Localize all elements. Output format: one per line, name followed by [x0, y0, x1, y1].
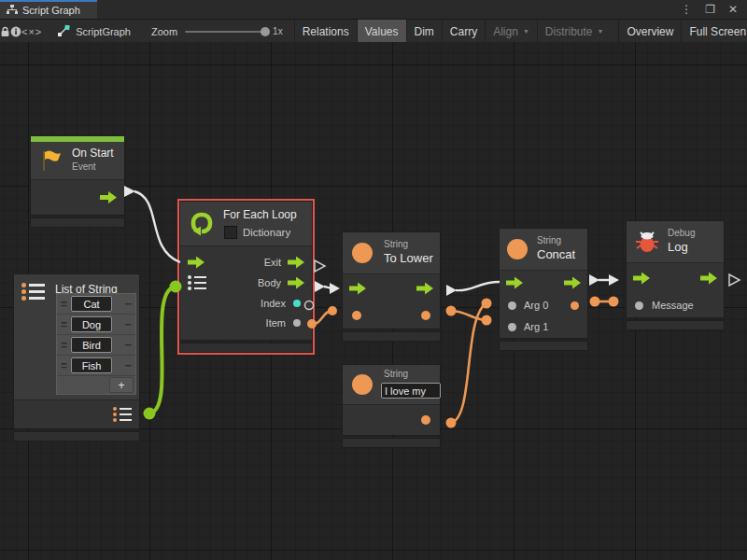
node-to-lower[interactable]: String To Lower — [342, 231, 441, 342]
string-type-icon — [352, 243, 373, 263]
dim-button[interactable]: Dim — [406, 20, 442, 43]
node-title: Concat — [537, 247, 575, 261]
hierarchy-icon — [7, 2, 18, 19]
graph-toolbar: <×> ScriptGraph Zoom 1x Relations Values… — [0, 20, 747, 44]
info-icon[interactable] — [10, 20, 21, 43]
list-item-input[interactable] — [71, 337, 112, 353]
flow-output-port[interactable] — [700, 273, 717, 285]
flow-output-port[interactable] — [416, 283, 433, 295]
port-label-message: Message — [652, 300, 694, 311]
tab-label: Script Graph — [22, 5, 80, 16]
node-for-each-loop[interactable]: For Each Loop Dictionary Exit — [179, 201, 313, 353]
value-output-port[interactable] — [421, 415, 430, 425]
message-input-port[interactable] — [635, 301, 643, 310]
port-label-arg0: Arg 0 — [524, 300, 548, 311]
list-output-port[interactable] — [113, 405, 132, 424]
item-output-port[interactable] — [293, 319, 301, 327]
string-literal-input[interactable] — [381, 383, 441, 399]
port-label-body: Body — [258, 277, 281, 288]
menu-icon[interactable]: ⋮ — [681, 3, 692, 16]
zoom-slider-handle[interactable] — [261, 27, 270, 36]
loop-icon — [189, 210, 215, 240]
drag-handle-icon[interactable]: = — [61, 318, 67, 331]
drag-handle-icon[interactable]: = — [61, 298, 67, 311]
tab-script-graph[interactable]: Script Graph — [0, 0, 97, 19]
wire-item-tolower — [312, 311, 332, 324]
wire-body-tolower — [324, 287, 331, 288]
node-list-of-string[interactable]: List of String = − = − = — [13, 273, 140, 441]
flag-icon — [38, 148, 63, 177]
add-item-button[interactable]: + — [109, 377, 134, 393]
list-item: = − — [57, 315, 135, 335]
close-icon[interactable]: ✕ — [728, 3, 738, 16]
arg1-input-port[interactable] — [508, 323, 516, 331]
dictionary-checkbox[interactable] — [224, 226, 237, 239]
list-item: = − — [57, 335, 135, 356]
result-output-port[interactable] — [571, 301, 579, 310]
body-output-port[interactable] — [288, 277, 304, 289]
flow-input-port[interactable] — [506, 277, 523, 289]
tab-bar: Script Graph ⋮ ❐ ✕ — [0, 0, 747, 20]
remove-item-button[interactable]: − — [124, 317, 132, 331]
node-footer — [30, 217, 125, 228]
flow-output-port[interactable] — [100, 191, 117, 203]
drag-handle-icon[interactable]: = — [61, 359, 67, 372]
wire-onstart-foreach — [134, 191, 180, 262]
node-concat[interactable]: String Concat Arg 0 Arg 1 — [499, 228, 588, 351]
script-graph-window: Script Graph ⋮ ❐ ✕ <×> ScriptGraph Zoom — [0, 0, 747, 560]
carry-button[interactable]: Carry — [442, 20, 485, 43]
port-label-item: Item — [266, 317, 286, 329]
chevron-down-icon: ▼ — [598, 28, 604, 35]
remove-item-button[interactable]: − — [124, 358, 132, 372]
arg0-input-port[interactable] — [508, 301, 516, 310]
node-category: String — [384, 239, 408, 249]
result-output-port[interactable] — [421, 311, 430, 320]
zoom-control: Zoom 1x — [151, 20, 283, 43]
wire-tolower-concat — [456, 282, 500, 290]
align-dropdown[interactable]: Align▼ — [485, 20, 537, 43]
list-item-input[interactable] — [71, 296, 112, 312]
list-icon — [21, 281, 45, 302]
fullscreen-button[interactable]: Full Screen — [681, 20, 747, 43]
maximize-icon[interactable]: ❐ — [705, 3, 715, 16]
lock-icon[interactable] — [0, 20, 10, 43]
zoom-label: Zoom — [151, 26, 177, 37]
node-on-start[interactable]: On Start Event — [30, 135, 125, 228]
node-footer — [13, 431, 140, 441]
wire-literal-arg0 — [451, 303, 486, 423]
distribute-dropdown[interactable]: Distribute▼ — [537, 20, 612, 43]
node-footer — [626, 320, 725, 330]
relations-button[interactable]: Relations — [294, 20, 357, 43]
port-label-index: Index — [261, 298, 286, 309]
port-label-arg1: Arg 1 — [524, 321, 548, 332]
list-item-input[interactable] — [71, 316, 112, 332]
string-type-icon — [507, 239, 528, 259]
node-debug-log[interactable]: Debug Log Message — [626, 220, 725, 330]
drag-handle-icon[interactable]: = — [61, 339, 67, 352]
node-title: On Start — [72, 147, 114, 160]
values-button[interactable]: Values — [357, 20, 406, 43]
code-view-icon[interactable]: <×> — [21, 20, 42, 43]
index-output-port[interactable] — [293, 300, 301, 307]
flow-input-port[interactable] — [633, 273, 650, 285]
bug-icon — [634, 229, 660, 259]
remove-item-button[interactable]: − — [124, 338, 132, 352]
node-footer — [342, 438, 441, 448]
node-title: For Each Loop — [223, 208, 297, 221]
string-input-port[interactable] — [352, 311, 361, 320]
dictionary-label: Dictionary — [243, 227, 290, 238]
collection-input-port[interactable] — [188, 273, 206, 292]
graph-reference[interactable]: ScriptGraph — [57, 20, 131, 43]
graph-canvas[interactable]: On Start Event List of S — [0, 42, 747, 560]
flow-input-port[interactable] — [349, 283, 366, 295]
zoom-slider[interactable] — [185, 31, 265, 33]
overview-button[interactable]: Overview — [618, 20, 681, 43]
node-string-literal[interactable]: String — [342, 364, 441, 448]
flow-output-port[interactable] — [564, 277, 581, 289]
exit-output-port[interactable] — [288, 257, 304, 269]
remove-item-button[interactable]: − — [124, 297, 132, 311]
list-item-input[interactable] — [71, 357, 112, 373]
flow-input-port[interactable] — [188, 257, 204, 269]
node-category: Debug — [668, 228, 695, 238]
node-footer — [499, 341, 588, 351]
